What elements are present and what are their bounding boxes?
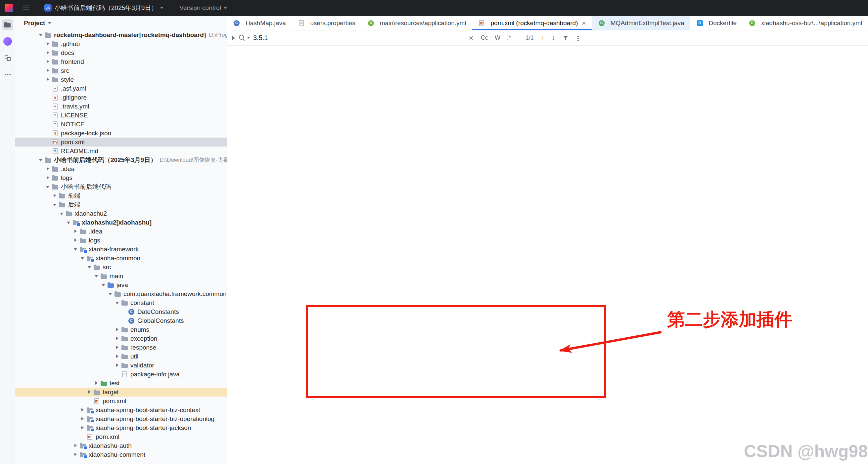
tree-item[interactable]: .github xyxy=(15,39,227,48)
tree-item[interactable]: 后端 xyxy=(15,200,227,209)
chevron-down-icon[interactable] xyxy=(93,271,100,280)
chevron-down-icon[interactable] xyxy=(80,254,86,263)
tree-item[interactable]: LICENSE xyxy=(15,111,227,120)
chevron-right-icon[interactable] xyxy=(93,379,100,388)
editor-tab[interactable]: Dockerfile xyxy=(690,16,743,30)
chevron-down-icon[interactable] xyxy=(100,280,107,289)
tree-item[interactable]: validator xyxy=(15,361,227,370)
editor-tab[interactable]: main\resources\application.yml xyxy=(361,16,472,30)
tree-item[interactable]: frontend xyxy=(15,57,227,66)
tree-item[interactable]: .gitignore xyxy=(15,93,227,102)
tree-item[interactable]: xiaoha-framework xyxy=(15,245,227,254)
chevron-right-icon[interactable] xyxy=(45,75,51,84)
chevron-down-icon[interactable] xyxy=(52,200,58,209)
tree-item[interactable]: xiaohashu2 [xiaohashu] xyxy=(15,218,227,227)
chevron-right-icon[interactable] xyxy=(80,405,86,415)
chevron-down-icon[interactable] xyxy=(114,298,121,307)
tree-item[interactable]: xiaohashu-comment xyxy=(15,450,227,459)
structure-tool-button[interactable] xyxy=(2,52,13,64)
tree-item[interactable]: xiaohashu2 xyxy=(15,209,227,218)
chevron-right-icon[interactable] xyxy=(45,66,51,75)
editor-tab[interactable]: xiaohashu-oss-biz\...\application.yml xyxy=(743,16,868,30)
tree-item[interactable]: enums xyxy=(15,325,227,334)
code-editor[interactable] xyxy=(227,46,868,464)
chevron-right-icon[interactable] xyxy=(114,325,121,334)
chevron-right-icon[interactable] xyxy=(45,57,51,66)
chevron-right-icon[interactable] xyxy=(114,352,121,361)
more-tools-button[interactable] xyxy=(2,69,13,80)
chevron-down-icon[interactable] xyxy=(86,263,93,271)
next-match-icon[interactable]: ↓ xyxy=(552,34,555,42)
editor-tab[interactable]: HashMap.java xyxy=(227,16,291,30)
tree-item[interactable]: com.quanxiaoha.framework.common xyxy=(15,289,227,298)
tree-item[interactable]: xiaoha-common xyxy=(15,254,227,263)
tree-item[interactable]: xiaoha-spring-boot-starter-biz-operation… xyxy=(15,415,227,423)
tree-item[interactable]: .asf.yaml xyxy=(15,84,227,93)
chevron-right-icon[interactable] xyxy=(114,343,121,352)
tree-item[interactable]: pom.xml xyxy=(15,138,227,146)
chevron-right-icon[interactable] xyxy=(72,441,79,450)
chevron-right-icon[interactable] xyxy=(72,236,79,245)
tree-item[interactable]: GlobalConstants xyxy=(15,316,227,325)
tree-item[interactable]: test xyxy=(15,379,227,388)
tree-item[interactable]: package-lock.json xyxy=(15,129,227,138)
tree-item[interactable]: util xyxy=(15,352,227,361)
version-control-menu[interactable]: Version control xyxy=(179,4,227,11)
tree-item[interactable]: .idea xyxy=(15,164,227,173)
tree-item[interactable]: 小哈书前后端代码 xyxy=(15,182,227,191)
tree-item[interactable]: NOTICE xyxy=(15,120,227,129)
chevron-right-icon[interactable] xyxy=(232,36,235,40)
tree-item[interactable]: exception xyxy=(15,334,227,343)
tree-item[interactable]: src xyxy=(15,263,227,271)
tree-item[interactable]: xiaoha-spring-boot-starter-jackson xyxy=(15,423,227,432)
tree-item[interactable]: package-info.java xyxy=(15,370,227,379)
close-tab-icon[interactable] xyxy=(582,20,586,27)
chevron-down-icon[interactable] xyxy=(65,218,72,227)
tree-item[interactable]: .travis.yml xyxy=(15,102,227,111)
chevron-right-icon[interactable] xyxy=(52,191,58,200)
chevron-down-icon[interactable] xyxy=(45,182,51,191)
chevron-right-icon[interactable] xyxy=(86,388,93,397)
search-history-caret[interactable] xyxy=(247,37,250,39)
project-tool-button[interactable] xyxy=(2,19,13,30)
tree-item[interactable]: .idea xyxy=(15,227,227,236)
tree-item[interactable]: src xyxy=(15,66,227,75)
chevron-down-icon[interactable] xyxy=(72,245,79,254)
tree-item[interactable]: java xyxy=(15,280,227,289)
chevron-right-icon[interactable] xyxy=(45,164,51,173)
tree-item[interactable]: style xyxy=(15,75,227,84)
previous-match-icon[interactable]: ↑ xyxy=(541,34,545,42)
tree-item[interactable]: constant xyxy=(15,298,227,307)
editor-tab[interactable]: users.properties xyxy=(291,16,361,30)
editor-tab[interactable]: pom.xml (rocketmq-dashboard) xyxy=(472,16,592,30)
chevron-right-icon[interactable] xyxy=(45,39,51,48)
regex-toggle[interactable]: .* xyxy=(507,34,511,41)
tree-item[interactable]: xiaoha-spring-boot-starter-biz-context xyxy=(15,405,227,415)
chevron-right-icon[interactable] xyxy=(72,450,79,459)
intellij-idea-logo[interactable] xyxy=(5,4,13,12)
tree-item[interactable]: response xyxy=(15,343,227,352)
chevron-right-icon[interactable] xyxy=(114,361,121,370)
chevron-right-icon[interactable] xyxy=(45,48,51,57)
chevron-down-icon[interactable] xyxy=(48,22,51,24)
chevron-down-icon[interactable] xyxy=(38,30,44,39)
user-avatar[interactable] xyxy=(2,36,13,47)
filter-icon[interactable] xyxy=(563,35,569,41)
tree-item[interactable]: 小哈书前后端代码（2025年3月9日）D:\Download\图像恢复-去毒去丐… xyxy=(15,156,227,164)
tree-item[interactable]: target xyxy=(15,388,227,397)
chevron-down-icon[interactable] xyxy=(59,209,65,218)
tree-item[interactable]: logs xyxy=(15,236,227,245)
tree-item[interactable]: rocketmq-dashboard-master [rocketmq-dash… xyxy=(15,30,227,39)
project-panel-title[interactable]: Project xyxy=(24,20,45,27)
chevron-down-icon[interactable] xyxy=(107,289,114,298)
tree-item[interactable]: DateConstants xyxy=(15,307,227,316)
chevron-right-icon[interactable] xyxy=(72,227,79,236)
whole-words-toggle[interactable]: W xyxy=(495,34,500,41)
chevron-down-icon[interactable] xyxy=(38,156,44,164)
tree-item[interactable]: xiaohashu-auth xyxy=(15,441,227,450)
main-menu-icon[interactable] xyxy=(23,6,29,10)
search-icon[interactable] xyxy=(239,35,245,41)
more-options-icon[interactable] xyxy=(578,36,579,37)
tree-item[interactable]: pom.xml xyxy=(15,432,227,441)
chevron-right-icon[interactable] xyxy=(114,334,121,343)
